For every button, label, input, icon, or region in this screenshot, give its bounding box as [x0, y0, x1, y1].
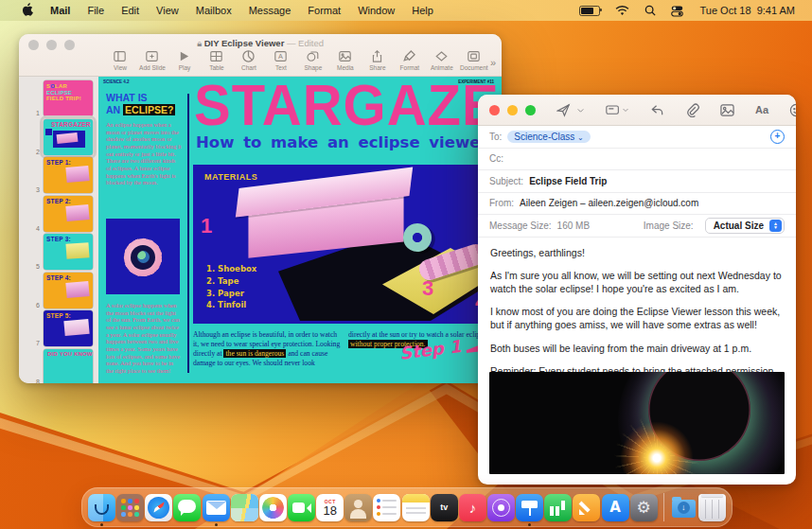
to-field[interactable]: To: Science-Class ⌄ +: [478, 126, 796, 149]
toolbar-button-view[interactable]: View: [104, 50, 136, 71]
slide-canvas[interactable]: SCIENCE 4.2 EXPERIMENT #11 WHAT IS AN EC…: [98, 77, 502, 383]
mail-traffic-lights[interactable]: [489, 105, 536, 115]
toolbar-button-document[interactable]: Document: [458, 50, 490, 71]
slide-number: 2: [19, 149, 44, 155]
slide-thumbnail-8[interactable]: DID YOU KNOW: [44, 349, 93, 384]
dock-icon-trash[interactable]: [698, 494, 726, 521]
dock-icon-safari[interactable]: [145, 494, 172, 521]
slide-thumbnail-row: 1SOLAR ECLIPSEFIELD TRIP!: [19, 80, 98, 116]
menu-item-window[interactable]: Window: [349, 5, 403, 16]
slide-thumbnail-4[interactable]: STEP 2:: [44, 196, 93, 232]
eclipse-attachment-image[interactable]: [489, 372, 785, 474]
dock-icon-tv[interactable]: tv: [431, 494, 458, 521]
toolbar-button-chart[interactable]: Chart: [233, 50, 265, 71]
image-size-popup[interactable]: Actual Size ▲▼: [705, 218, 785, 234]
header-fields-button[interactable]: [606, 103, 629, 117]
size-row: Message Size: 160 MB Image Size: Actual …: [478, 215, 796, 238]
toolbar-button-share[interactable]: Share: [362, 50, 394, 71]
dock-icon-finder[interactable]: [88, 494, 115, 521]
dock-icon-podcasts[interactable]: [487, 494, 515, 521]
materials-label: MATERIALS: [204, 172, 257, 182]
search-icon[interactable]: [644, 5, 656, 16]
slide-heading: WHAT IS AN ECLIPSE?: [106, 92, 175, 115]
toolbar-button-shape[interactable]: Shape: [297, 50, 329, 71]
dock-icon-mail[interactable]: [203, 494, 230, 521]
slide-title: STARGAZER: [194, 77, 502, 138]
insert-photo-button[interactable]: [720, 103, 734, 117]
slide-number: 4: [19, 225, 44, 232]
cc-field[interactable]: Cc:: [478, 149, 796, 171]
dock-icon-reminders[interactable]: [373, 494, 400, 521]
menubar-clock[interactable]: Tue Oct 18 9:41 AM: [698, 5, 796, 16]
slide-thumbnail-1[interactable]: SOLAR ECLIPSEFIELD TRIP!: [44, 80, 93, 116]
slide-warning-text-left: Although an eclipse is beautiful, in ord…: [193, 330, 343, 367]
slide-thumbnail-5[interactable]: STEP 3:: [44, 234, 93, 270]
slide-paragraph-eclipse: An eclipse happens when a moon or planet…: [106, 121, 182, 186]
message-paragraph: As I'm sure you all know, we will be set…: [490, 270, 784, 295]
control-center-icon[interactable]: [671, 5, 683, 17]
message-paragraph: Both buses will be leaving from the main…: [490, 343, 784, 356]
toolbar-button-media[interactable]: Media: [329, 50, 362, 71]
menu-item-file[interactable]: File: [79, 5, 113, 16]
keynote-toolbar: ViewAdd SlidePlayTableChartATextShapeMed…: [104, 50, 494, 75]
toolbar-button-table[interactable]: Table: [201, 50, 233, 71]
dock-icon-maps[interactable]: [231, 494, 258, 521]
apple-menu-icon[interactable]: [13, 3, 42, 18]
dock-icon-music[interactable]: ♪: [459, 494, 486, 521]
zoom-button[interactable]: [525, 105, 536, 115]
dock-icon-settings[interactable]: ⚙: [630, 494, 658, 521]
message-size-value: 160 MB: [557, 220, 590, 231]
battery-icon[interactable]: [579, 6, 600, 16]
slide-thumbnail-2-selected[interactable]: STARGAZER: [44, 119, 93, 155]
send-button[interactable]: [556, 103, 571, 117]
dock-icon-contacts[interactable]: [344, 494, 372, 521]
dock-icon-downloads[interactable]: ↓: [670, 494, 697, 521]
dock-icon-facetime[interactable]: [288, 494, 315, 521]
mail-toolbar[interactable]: Aa »: [478, 95, 796, 126]
dock-icon-calendar[interactable]: OCT18: [316, 494, 344, 521]
dock-icon-numbers[interactable]: [544, 494, 572, 521]
dock-icon-launchpad[interactable]: [116, 494, 144, 521]
wifi-icon[interactable]: [615, 6, 629, 16]
menu-item-format[interactable]: Format: [299, 5, 349, 16]
slide-thumbnail-row: 7STEP 5:: [19, 310, 98, 346]
menu-item-edit[interactable]: Edit: [113, 5, 148, 16]
menu-bar: Mail File Edit View Mailbox Message Form…: [0, 0, 812, 21]
attach-button[interactable]: [685, 103, 699, 117]
menu-app-name[interactable]: Mail: [42, 5, 79, 16]
slide-thumbnail-7[interactable]: STEP 5:: [44, 310, 93, 346]
subject-field[interactable]: Subject: Eclipse Field Trip: [478, 170, 796, 193]
toolbar-button-add-slide[interactable]: Add Slide: [136, 50, 168, 71]
from-field[interactable]: From: Aileen Zeigen – aileen.zeigen@iclo…: [478, 193, 796, 216]
toolbar-button-play[interactable]: Play: [168, 50, 201, 71]
menu-item-help[interactable]: Help: [403, 5, 442, 16]
add-recipient-button[interactable]: +: [770, 130, 785, 144]
emoji-button[interactable]: [789, 103, 796, 117]
menu-item-mailbox[interactable]: Mailbox: [187, 5, 240, 16]
toolbar-button-animate[interactable]: Animate: [426, 50, 458, 71]
menu-item-view[interactable]: View: [148, 5, 187, 16]
dock-icon-messages[interactable]: [173, 494, 201, 521]
format-button[interactable]: Aa: [755, 104, 768, 115]
materials-box: MATERIALS 1 2 3 4 1. Shoebox 2. Tape 3. …: [193, 165, 498, 324]
close-button[interactable]: [489, 105, 500, 115]
toolbar-overflow-chevrons[interactable]: »: [490, 57, 494, 68]
recipient-token[interactable]: Science-Class ⌄: [507, 131, 590, 143]
toolbar-button-format[interactable]: Format: [394, 50, 426, 71]
slide-thumbnail-6[interactable]: STEP 4:: [44, 273, 93, 309]
menu-item-message[interactable]: Message: [240, 5, 300, 16]
dock-icon-pages[interactable]: [573, 494, 600, 521]
from-value: Aileen Zeigen – aileen.zeigen@icloud.com: [520, 198, 698, 208]
send-options-chevron-icon[interactable]: [576, 106, 585, 115]
reply-arrow-icon[interactable]: [650, 103, 664, 117]
toolbar-button-text[interactable]: AText: [265, 50, 297, 71]
dock-icon-keynote[interactable]: [516, 494, 543, 521]
slide-number: 6: [19, 302, 44, 309]
slide-thumbnail-3[interactable]: STEP 1:: [44, 157, 93, 193]
dock-icon-photos[interactable]: [259, 494, 287, 521]
dock-icon-notes[interactable]: [402, 494, 430, 521]
dock-icon-appstore[interactable]: A: [602, 494, 629, 521]
keynote-titlebar[interactable]: 🔒︎ DIY Eclipse Viewer — Edited ViewAdd S…: [19, 34, 502, 77]
slide-paragraph-solar: A solar eclipse happens when the moon bl…: [106, 302, 182, 375]
minimize-button[interactable]: [507, 105, 518, 115]
